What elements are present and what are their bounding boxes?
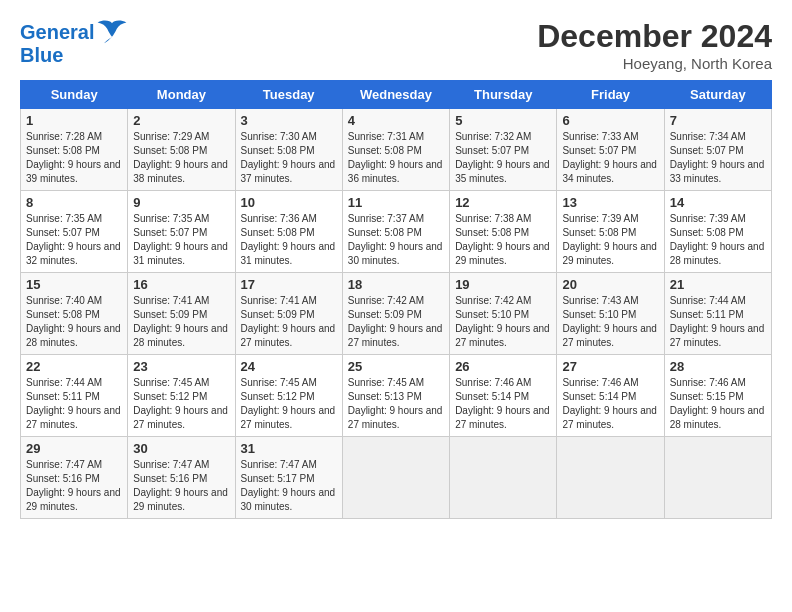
day-info: Sunrise: 7:30 AMSunset: 5:08 PMDaylight:… (241, 131, 336, 184)
col-header-tuesday: Tuesday (235, 81, 342, 109)
day-number: 1 (26, 113, 122, 128)
day-number: 20 (562, 277, 658, 292)
day-info: Sunrise: 7:46 AMSunset: 5:14 PMDaylight:… (562, 377, 657, 430)
day-info: Sunrise: 7:43 AMSunset: 5:10 PMDaylight:… (562, 295, 657, 348)
day-number: 27 (562, 359, 658, 374)
day-number: 30 (133, 441, 229, 456)
table-cell: 23 Sunrise: 7:45 AMSunset: 5:12 PMDaylig… (128, 355, 235, 437)
day-info: Sunrise: 7:32 AMSunset: 5:07 PMDaylight:… (455, 131, 550, 184)
table-cell (342, 437, 449, 519)
month-title: December 2024 (537, 18, 772, 55)
day-number: 29 (26, 441, 122, 456)
table-cell: 20 Sunrise: 7:43 AMSunset: 5:10 PMDaylig… (557, 273, 664, 355)
day-number: 28 (670, 359, 766, 374)
logo-bird-icon (96, 18, 128, 46)
table-cell: 1 Sunrise: 7:28 AMSunset: 5:08 PMDayligh… (21, 109, 128, 191)
day-number: 16 (133, 277, 229, 292)
table-cell: 28 Sunrise: 7:46 AMSunset: 5:15 PMDaylig… (664, 355, 771, 437)
day-info: Sunrise: 7:37 AMSunset: 5:08 PMDaylight:… (348, 213, 443, 266)
table-cell: 21 Sunrise: 7:44 AMSunset: 5:11 PMDaylig… (664, 273, 771, 355)
day-info: Sunrise: 7:35 AMSunset: 5:07 PMDaylight:… (26, 213, 121, 266)
table-cell: 19 Sunrise: 7:42 AMSunset: 5:10 PMDaylig… (450, 273, 557, 355)
title-block: December 2024 Hoeyang, North Korea (537, 18, 772, 72)
table-cell: 9 Sunrise: 7:35 AMSunset: 5:07 PMDayligh… (128, 191, 235, 273)
table-cell (557, 437, 664, 519)
day-number: 9 (133, 195, 229, 210)
day-number: 15 (26, 277, 122, 292)
day-number: 14 (670, 195, 766, 210)
calendar-table: SundayMondayTuesdayWednesdayThursdayFrid… (20, 80, 772, 519)
day-info: Sunrise: 7:29 AMSunset: 5:08 PMDaylight:… (133, 131, 228, 184)
day-info: Sunrise: 7:47 AMSunset: 5:16 PMDaylight:… (26, 459, 121, 512)
table-cell: 12 Sunrise: 7:38 AMSunset: 5:08 PMDaylig… (450, 191, 557, 273)
table-cell: 25 Sunrise: 7:45 AMSunset: 5:13 PMDaylig… (342, 355, 449, 437)
table-cell: 26 Sunrise: 7:46 AMSunset: 5:14 PMDaylig… (450, 355, 557, 437)
location: Hoeyang, North Korea (537, 55, 772, 72)
header: General Blue December 2024 Hoeyang, Nort… (20, 18, 772, 72)
day-number: 7 (670, 113, 766, 128)
day-number: 23 (133, 359, 229, 374)
day-number: 4 (348, 113, 444, 128)
table-cell: 2 Sunrise: 7:29 AMSunset: 5:08 PMDayligh… (128, 109, 235, 191)
table-cell: 5 Sunrise: 7:32 AMSunset: 5:07 PMDayligh… (450, 109, 557, 191)
table-cell: 31 Sunrise: 7:47 AMSunset: 5:17 PMDaylig… (235, 437, 342, 519)
day-info: Sunrise: 7:42 AMSunset: 5:09 PMDaylight:… (348, 295, 443, 348)
logo: General Blue (20, 18, 128, 66)
day-number: 25 (348, 359, 444, 374)
day-number: 31 (241, 441, 337, 456)
table-cell: 29 Sunrise: 7:47 AMSunset: 5:16 PMDaylig… (21, 437, 128, 519)
day-info: Sunrise: 7:45 AMSunset: 5:12 PMDaylight:… (241, 377, 336, 430)
day-number: 2 (133, 113, 229, 128)
day-number: 10 (241, 195, 337, 210)
col-header-monday: Monday (128, 81, 235, 109)
day-info: Sunrise: 7:28 AMSunset: 5:08 PMDaylight:… (26, 131, 121, 184)
day-info: Sunrise: 7:46 AMSunset: 5:15 PMDaylight:… (670, 377, 765, 430)
day-info: Sunrise: 7:40 AMSunset: 5:08 PMDaylight:… (26, 295, 121, 348)
col-header-wednesday: Wednesday (342, 81, 449, 109)
table-cell: 22 Sunrise: 7:44 AMSunset: 5:11 PMDaylig… (21, 355, 128, 437)
day-info: Sunrise: 7:45 AMSunset: 5:13 PMDaylight:… (348, 377, 443, 430)
day-info: Sunrise: 7:47 AMSunset: 5:17 PMDaylight:… (241, 459, 336, 512)
table-cell: 10 Sunrise: 7:36 AMSunset: 5:08 PMDaylig… (235, 191, 342, 273)
table-cell: 24 Sunrise: 7:45 AMSunset: 5:12 PMDaylig… (235, 355, 342, 437)
table-cell (450, 437, 557, 519)
day-number: 17 (241, 277, 337, 292)
day-info: Sunrise: 7:45 AMSunset: 5:12 PMDaylight:… (133, 377, 228, 430)
day-info: Sunrise: 7:42 AMSunset: 5:10 PMDaylight:… (455, 295, 550, 348)
day-info: Sunrise: 7:31 AMSunset: 5:08 PMDaylight:… (348, 131, 443, 184)
day-info: Sunrise: 7:33 AMSunset: 5:07 PMDaylight:… (562, 131, 657, 184)
day-info: Sunrise: 7:41 AMSunset: 5:09 PMDaylight:… (241, 295, 336, 348)
day-info: Sunrise: 7:36 AMSunset: 5:08 PMDaylight:… (241, 213, 336, 266)
table-cell: 17 Sunrise: 7:41 AMSunset: 5:09 PMDaylig… (235, 273, 342, 355)
day-number: 3 (241, 113, 337, 128)
table-cell: 6 Sunrise: 7:33 AMSunset: 5:07 PMDayligh… (557, 109, 664, 191)
table-cell: 4 Sunrise: 7:31 AMSunset: 5:08 PMDayligh… (342, 109, 449, 191)
col-header-thursday: Thursday (450, 81, 557, 109)
col-header-saturday: Saturday (664, 81, 771, 109)
table-cell: 13 Sunrise: 7:39 AMSunset: 5:08 PMDaylig… (557, 191, 664, 273)
day-number: 22 (26, 359, 122, 374)
table-cell: 27 Sunrise: 7:46 AMSunset: 5:14 PMDaylig… (557, 355, 664, 437)
table-cell: 18 Sunrise: 7:42 AMSunset: 5:09 PMDaylig… (342, 273, 449, 355)
table-cell: 15 Sunrise: 7:40 AMSunset: 5:08 PMDaylig… (21, 273, 128, 355)
day-number: 21 (670, 277, 766, 292)
day-number: 24 (241, 359, 337, 374)
day-number: 8 (26, 195, 122, 210)
day-info: Sunrise: 7:35 AMSunset: 5:07 PMDaylight:… (133, 213, 228, 266)
table-cell: 7 Sunrise: 7:34 AMSunset: 5:07 PMDayligh… (664, 109, 771, 191)
day-number: 12 (455, 195, 551, 210)
day-info: Sunrise: 7:39 AMSunset: 5:08 PMDaylight:… (562, 213, 657, 266)
logo-blue: Blue (20, 44, 128, 66)
logo-general: General (20, 21, 94, 43)
table-cell: 30 Sunrise: 7:47 AMSunset: 5:16 PMDaylig… (128, 437, 235, 519)
day-info: Sunrise: 7:41 AMSunset: 5:09 PMDaylight:… (133, 295, 228, 348)
day-number: 6 (562, 113, 658, 128)
table-cell: 16 Sunrise: 7:41 AMSunset: 5:09 PMDaylig… (128, 273, 235, 355)
day-info: Sunrise: 7:44 AMSunset: 5:11 PMDaylight:… (26, 377, 121, 430)
day-number: 11 (348, 195, 444, 210)
day-info: Sunrise: 7:46 AMSunset: 5:14 PMDaylight:… (455, 377, 550, 430)
day-number: 26 (455, 359, 551, 374)
day-number: 18 (348, 277, 444, 292)
day-number: 19 (455, 277, 551, 292)
table-cell: 11 Sunrise: 7:37 AMSunset: 5:08 PMDaylig… (342, 191, 449, 273)
